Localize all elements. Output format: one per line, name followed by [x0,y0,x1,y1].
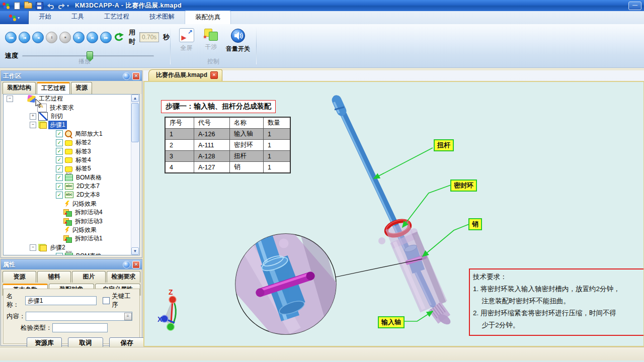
scroll-up-icon[interactable]: ▲ [131,95,139,102]
step-forward-button[interactable]: ▶| [87,32,98,43]
visibility-checkbox[interactable]: ✓ [56,156,63,163]
visibility-checkbox[interactable]: ✓ [56,139,63,146]
loop-icon [114,33,124,42]
tree-item[interactable]: ✓标签2 [4,138,139,147]
title-bar: ▾ KM3DCAPP-A - 比赛作品展.kmapd — [0,0,644,11]
visibility-checkbox[interactable]: ✓ [56,192,63,199]
skip-to-end-button[interactable]: ▶▶ [100,32,112,43]
tree-item[interactable]: −步骤1 [4,121,139,129]
tree-item[interactable]: 拆卸活动3 [4,217,139,225]
workspace-tab-资源[interactable]: 资源 [71,82,92,94]
check-type-input[interactable] [52,323,108,332]
interference-button[interactable]: ✶ 干涉 [200,27,222,53]
visibility-checkbox[interactable]: ✓ [56,183,63,190]
tree-item[interactable]: 闪烁效果 [4,226,139,234]
visibility-checkbox[interactable]: ✓ [56,148,63,155]
play-backward-button[interactable]: ◀ [32,32,44,43]
tree-item[interactable]: ✓abc2D文本7 [4,182,139,191]
volume-toggle-button[interactable]: 音量开关 [225,27,251,53]
ribbon-tab-装配仿真[interactable]: 装配仿真 [185,11,231,24]
tree-item[interactable]: ✓标签4 [4,156,139,164]
step-backward-button[interactable]: |◀ [19,32,30,43]
tree-item[interactable]: 拆卸活动4 [4,208,139,217]
scroll-down-icon[interactable]: ▼ [131,247,139,255]
left-dock: 工作区 ✕ 装配结构工艺过程资源 ▲ ▼ −工艺过程技术要求+剖切−步骤1✓局部… [0,70,143,347]
key-process-checkbox[interactable] [103,297,110,304]
loop-button[interactable] [114,32,124,43]
quick-access-dropdown-icon[interactable]: ▾ [67,4,69,8]
document-tab[interactable]: 比赛作品展.kmapd ✕ [148,69,222,81]
elapsed-time-field[interactable]: 0.70s [139,32,159,42]
tree-item[interactable]: 闪烁效果 [4,200,139,208]
expander-icon[interactable]: − [30,244,36,251]
undo-icon [47,3,54,9]
volume-label: 音量开关 [226,45,250,53]
tree-item[interactable]: ✓BOM表格 [4,252,139,255]
speed-slider[interactable] [22,55,154,57]
bom-row: 4A-127销1 [165,162,290,173]
ribbon-separator [256,27,257,64]
visibility-checkbox[interactable]: ✓ [56,165,63,172]
play-button[interactable]: ▶ [73,32,85,43]
redo-button[interactable] [57,2,66,10]
ribbon-tab-技术图解[interactable]: 技术图解 [139,11,185,24]
stop-button[interactable]: ■ [59,32,71,43]
minimize-button[interactable]: — [628,2,641,10]
content-input[interactable] [26,312,132,321]
tree-item[interactable]: 技术要求 [4,103,139,112]
tree-item[interactable]: ✓BOM表格 [4,173,139,182]
bom-cell: 密封环 [230,140,264,151]
tree-item[interactable]: 拆卸活动1 [4,234,139,243]
expander-icon[interactable]: − [30,122,36,128]
3d-viewport[interactable]: Z X 步骤一：输入轴、扭杆分总成装配 序号代号名称数量1A-126输入轴12A… [143,81,644,347]
bom-cell: 1 [264,162,291,173]
tree-item-label: 标签4 [74,156,93,164]
workspace-tab-装配结构[interactable]: 装配结构 [3,82,36,94]
pin-panel-icon[interactable] [123,72,130,80]
tree-item-label: 拆卸活动1 [73,234,104,243]
tree-item[interactable]: ✓标签3 [4,147,139,155]
bom-cell: 3 [165,151,194,162]
close-panel-icon[interactable]: ✕ [132,261,140,268]
activity-icon [63,235,72,242]
visibility-checkbox[interactable]: ✓ [56,253,63,255]
ribbon-tab-开始[interactable]: 开始 [29,11,61,24]
ribbon-tabs: 开始工具工艺过程技术图解装配仿真 [29,11,231,24]
redo-icon [58,3,65,9]
name-input[interactable]: 步骤1 [25,296,97,305]
document-tab-label: 比赛作品展.kmapd [156,71,207,79]
tree-item[interactable]: +剖切 [4,112,139,121]
content-more-icon[interactable]: ≡ [124,313,132,320]
application-menu-button[interactable]: ▾ [0,11,29,24]
tree-scrollbar[interactable]: ▲ ▼ [131,95,139,255]
check-type-label: 检验类型： [21,324,52,332]
close-panel-icon[interactable]: ✕ [132,72,140,80]
elapsed-unit-label: 秒 [163,33,170,42]
properties-tab-检测要求[interactable]: 检测要求 [107,271,140,283]
expander-icon[interactable]: + [30,113,36,120]
undo-button[interactable] [46,2,55,10]
document-close-icon[interactable]: ✕ [210,71,218,79]
fullscreen-button[interactable]: ▶↗ 全屏 [176,27,197,53]
properties-tab-图片[interactable]: 图片 [72,271,106,283]
tree-item[interactable]: ✓abc2D文本8 [4,191,139,199]
tree-item[interactable]: ✓局部放大1 [4,130,139,138]
bom-cell: 1 [165,129,194,140]
ribbon-tab-工具[interactable]: 工具 [61,11,94,24]
properties-tab-资源[interactable]: 资源 [3,271,36,283]
pause-button[interactable]: || [46,32,57,43]
visibility-checkbox[interactable]: ✓ [56,130,63,137]
tree-item[interactable]: −工艺过程 [4,95,139,103]
pin-panel-icon[interactable] [123,261,130,268]
orientation-triad[interactable]: Z X [157,288,176,331]
visibility-checkbox[interactable]: ✓ [56,174,63,181]
new-document-button[interactable] [13,2,22,10]
open-button[interactable] [24,2,33,10]
workspace-tab-工艺过程[interactable]: 工艺过程 [37,82,70,94]
save-button[interactable] [35,2,44,10]
properties-tab-辅料[interactable]: 辅料 [37,271,71,283]
scrollbar-thumb[interactable] [131,103,139,142]
expander-icon[interactable]: − [7,96,13,102]
skip-to-start-button[interactable]: |◀◀ [5,32,17,43]
ribbon-tab-工艺过程[interactable]: 工艺过程 [94,11,139,24]
